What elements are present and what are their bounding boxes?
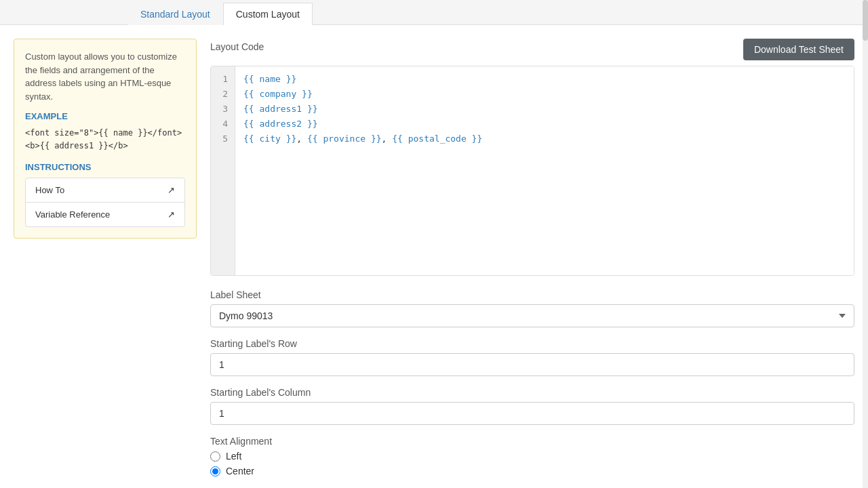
text-alignment-group: Text Alignment Left Center: [210, 436, 854, 476]
layout-code-header: Layout Code Download Test Sheet: [210, 39, 854, 60]
line-num-4: 4: [218, 117, 228, 131]
scrollbar-thumb[interactable]: [863, 0, 868, 41]
layout-code-label: Layout Code: [210, 41, 264, 52]
alignment-center-option[interactable]: Center: [210, 466, 854, 476]
example-code-line2: <b>{{ address1 }}</b>: [25, 140, 185, 152]
left-panel: Custom layout allows you to customize th…: [14, 39, 197, 487]
label-sheet-group: Label Sheet Dymo 99013: [210, 289, 854, 327]
alignment-radio-group: Left Center: [210, 451, 854, 476]
starting-row-label: Starting Label's Row: [210, 338, 854, 349]
example-title: EXAMPLE: [25, 111, 185, 121]
variable-reference-external-icon: ↗: [167, 209, 175, 220]
starting-row-group: Starting Label's Row: [210, 338, 854, 376]
scrollbar-track: [863, 0, 868, 488]
code-editor[interactable]: 1 2 3 4 5 {{ name }} {{ company }} {{ ad…: [210, 66, 854, 276]
alignment-center-label: Center: [226, 466, 254, 476]
line-num-1: 1: [218, 72, 228, 87]
line-num-5: 5: [218, 131, 228, 146]
instructions-list: How To ↗ Variable Reference ↗: [25, 178, 185, 227]
howto-external-icon: ↗: [167, 185, 175, 195]
info-description: Custom layout allows you to customize th…: [25, 50, 185, 103]
tabs-bar: Standard Layout Custom Layout: [0, 0, 868, 25]
starting-row-input[interactable]: [210, 353, 854, 376]
example-code-line1: <font size="8">{{ name }}</font>: [25, 127, 185, 140]
alignment-center-radio[interactable]: [210, 466, 220, 476]
alignment-left-radio[interactable]: [210, 451, 220, 462]
alignment-left-option[interactable]: Left: [210, 451, 854, 462]
label-sheet-select[interactable]: Dymo 99013: [210, 304, 854, 327]
text-alignment-label: Text Alignment: [210, 436, 854, 447]
line-num-2: 2: [218, 87, 228, 102]
instructions-title: INSTRUCTIONS: [25, 162, 185, 172]
page-wrapper: Standard Layout Custom Layout Custom lay…: [0, 0, 868, 488]
line-numbers: 1 2 3 4 5: [211, 66, 235, 275]
code-textarea[interactable]: {{ name }} {{ company }} {{ address1 }} …: [235, 66, 854, 275]
label-sheet-label: Label Sheet: [210, 289, 854, 300]
right-panel: Layout Code Download Test Sheet 1 2 3 4 …: [210, 39, 854, 487]
example-code: <font size="8">{{ name }}</font> <b>{{ a…: [25, 127, 185, 152]
line-num-3: 3: [218, 102, 228, 117]
info-box: Custom layout allows you to customize th…: [14, 39, 197, 239]
starting-col-label: Starting Label's Column: [210, 387, 854, 398]
tab-standard-layout[interactable]: Standard Layout: [127, 3, 223, 25]
main-content: Custom layout allows you to customize th…: [0, 25, 868, 488]
variable-reference-label: Variable Reference: [35, 209, 110, 220]
alignment-left-label: Left: [226, 451, 241, 462]
download-test-sheet-button[interactable]: Download Test Sheet: [743, 39, 854, 60]
tab-custom-layout[interactable]: Custom Layout: [223, 3, 313, 25]
starting-col-group: Starting Label's Column: [210, 387, 854, 425]
howto-link[interactable]: How To ↗: [26, 178, 184, 203]
starting-col-input[interactable]: [210, 402, 854, 425]
variable-reference-link[interactable]: Variable Reference ↗: [26, 203, 184, 226]
howto-label: How To: [35, 185, 64, 195]
